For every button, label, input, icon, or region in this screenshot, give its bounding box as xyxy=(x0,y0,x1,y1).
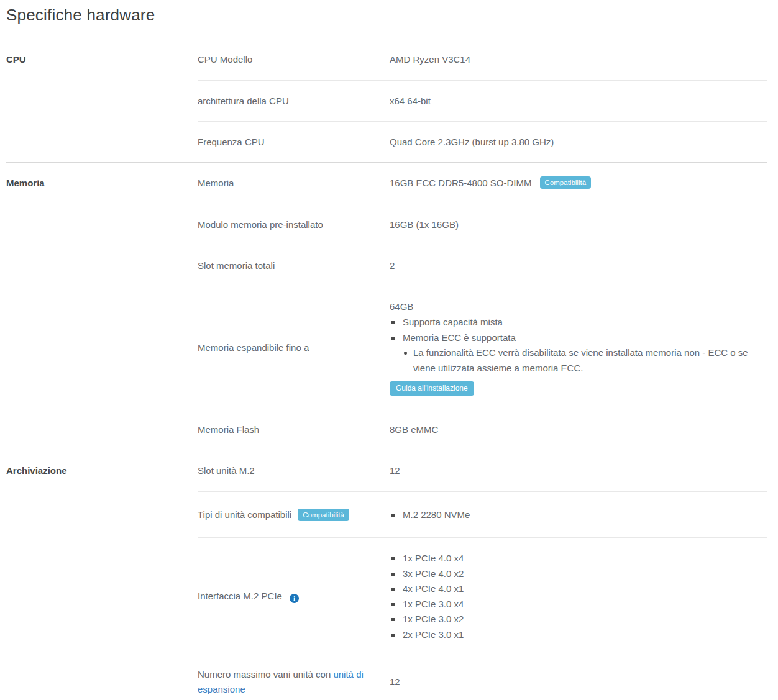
compatibility-badge[interactable]: Compatibilità xyxy=(298,509,349,521)
spec-value-intro: 64GB xyxy=(390,299,767,314)
spec-label: Frequenza CPU xyxy=(198,135,390,150)
sub-bullet-text: La funzionalità ECC verrà disabilitata s… xyxy=(413,345,767,376)
section-storage: Archiviazione Slot unità M.2 12 Tipi di … xyxy=(6,450,767,700)
page-title: Specifiche hardware xyxy=(0,0,778,39)
spec-table: CPU CPU Modello AMD Ryzen V3C14 architet… xyxy=(6,39,767,700)
spec-row-memory-slots: Slot memoria totali 2 xyxy=(198,245,767,286)
spec-value: 1x PCIe 4.0 x4 3x PCIe 4.0 x2 4x PCIe 4.… xyxy=(390,550,767,642)
bullet-item: 3x PCIe 4.0 x2 xyxy=(390,566,767,582)
square-bullet-icon xyxy=(391,618,395,621)
bullet-text: 2x PCIe 3.0 x1 xyxy=(403,627,464,643)
bullet-text: 1x PCIe 3.0 x4 xyxy=(403,597,464,612)
bullet-list: 1x PCIe 4.0 x4 3x PCIe 4.0 x2 4x PCIe 4.… xyxy=(390,551,767,642)
spec-row-preinstalled-module: Modulo memoria pre-installato 16GB (1x 1… xyxy=(198,204,767,245)
bullet-item: Memoria ECC è supportata xyxy=(390,330,767,346)
spec-label-text: Interfaccia M.2 PCIe xyxy=(198,591,282,601)
category-label-storage: Archiviazione xyxy=(6,450,198,700)
spec-row-flash-memory: Memoria Flash 8GB eMMC xyxy=(198,409,767,450)
spec-label: CPU Modello xyxy=(198,52,390,67)
bullet-item: 1x PCIe 3.0 x4 xyxy=(390,597,767,612)
bullet-text: 3x PCIe 4.0 x2 xyxy=(403,566,464,582)
bullet-item: 2x PCIe 3.0 x1 xyxy=(390,627,767,643)
bullet-item: Supporta capacità mista xyxy=(390,315,767,330)
section-rows: Memoria 16GB ECC DDR5-4800 SO-DIMM Compa… xyxy=(198,163,767,450)
spec-label: Memoria espandibile fino a xyxy=(198,340,390,355)
spec-label-text: Tipi di unità compatibili xyxy=(198,509,291,520)
spec-value: AMD Ryzen V3C14 xyxy=(390,52,767,67)
spec-label: Numero massimo vani unità con unità di e… xyxy=(198,667,390,697)
spec-label: Tipi di unità compatibili Compatibilità xyxy=(198,507,390,522)
spec-value: M.2 2280 NVMe xyxy=(390,507,767,523)
section-rows: Slot unità M.2 12 Tipi di unità compatib… xyxy=(198,450,767,700)
spec-label: Slot memoria totali xyxy=(198,258,390,273)
section-cpu: CPU CPU Modello AMD Ryzen V3C14 architet… xyxy=(6,39,767,162)
spec-value-text: 16GB ECC DDR5-4800 SO-DIMM xyxy=(390,178,531,188)
square-bullet-icon xyxy=(391,634,395,637)
bullet-text: 4x PCIe 4.0 x1 xyxy=(403,581,464,597)
category-label-cpu: CPU xyxy=(6,39,198,162)
spec-label: architettura della CPU xyxy=(198,94,390,109)
spec-row-compatible-drive-types: Tipi di unità compatibili Compatibilità … xyxy=(198,491,767,537)
spec-value: 16GB ECC DDR5-4800 SO-DIMM Compatibilità xyxy=(390,176,767,191)
spec-row-max-drive-bays: Numero massimo vani unità con unità di e… xyxy=(198,655,767,700)
spec-row-cpu-architecture: architettura della CPU x64 64-bit xyxy=(198,80,767,121)
bullet-text: 1x PCIe 3.0 x2 xyxy=(403,612,464,627)
square-bullet-icon xyxy=(391,337,395,340)
spec-value: 64GB Supporta capacità mista Memoria ECC… xyxy=(390,299,767,396)
square-bullet-icon xyxy=(391,603,395,606)
spec-value: 8GB eMMC xyxy=(390,422,767,437)
bullet-text: Memoria ECC è supportata xyxy=(403,330,516,346)
spec-label-text: Numero massimo vani unità con xyxy=(198,669,333,680)
bullet-text: M.2 2280 NVMe xyxy=(403,507,470,523)
info-icon[interactable]: i xyxy=(290,594,299,603)
hardware-specs-page: Specifiche hardware CPU CPU Modello AMD … xyxy=(0,0,778,700)
sub-bullet-item: La funzionalità ECC verrà disabilitata s… xyxy=(402,345,767,376)
bullet-item: 4x PCIe 4.0 x1 xyxy=(390,581,767,597)
square-bullet-icon xyxy=(391,557,395,560)
spec-value: 12 xyxy=(390,463,767,478)
square-bullet-icon xyxy=(391,573,395,576)
compatibility-badge[interactable]: Compatibilità xyxy=(540,176,591,189)
section-rows: CPU Modello AMD Ryzen V3C14 architettura… xyxy=(198,39,767,162)
square-bullet-icon xyxy=(391,588,395,591)
installation-guide-button[interactable]: Guida all'installazione xyxy=(390,381,474,396)
section-memory: Memoria Memoria 16GB ECC DDR5-4800 SO-DI… xyxy=(6,162,767,450)
spec-row-expandable-memory: Memoria espandibile fino a 64GB Supporta… xyxy=(198,286,767,409)
bullet-item: 1x PCIe 4.0 x4 xyxy=(390,551,767,566)
spec-value: Quad Core 2.3GHz (burst up 3.80 GHz) xyxy=(390,135,767,150)
bullet-text: Supporta capacità mista xyxy=(403,315,503,330)
spec-value: 2 xyxy=(390,258,767,273)
spec-value: 12 xyxy=(390,675,767,689)
bullet-list: Supporta capacità mista Memoria ECC è su… xyxy=(390,315,767,376)
spec-value: x64 64-bit xyxy=(390,94,767,109)
spec-label: Interfaccia M.2 PCIe i xyxy=(198,589,390,604)
spec-row-cpu-model: CPU Modello AMD Ryzen V3C14 xyxy=(198,39,767,80)
spec-row-m2-slots: Slot unità M.2 12 xyxy=(198,450,767,491)
spec-row-cpu-frequency: Frequenza CPU Quad Core 2.3GHz (burst up… xyxy=(198,121,767,162)
bullet-list: M.2 2280 NVMe xyxy=(390,507,767,523)
round-bullet-icon xyxy=(404,352,407,355)
spec-label: Memoria xyxy=(198,176,390,191)
spec-row-memory: Memoria 16GB ECC DDR5-4800 SO-DIMM Compa… xyxy=(198,163,767,204)
square-bullet-icon xyxy=(391,514,395,517)
category-label-memory: Memoria xyxy=(6,163,198,450)
bullet-item: 1x PCIe 3.0 x2 xyxy=(390,612,767,627)
spec-value: 16GB (1x 16GB) xyxy=(390,217,767,232)
bullet-item: M.2 2280 NVMe xyxy=(390,507,767,523)
spec-label: Slot unità M.2 xyxy=(198,463,390,478)
spec-row-m2-pcie-interface: Interfaccia M.2 PCIe i 1x PCIe 4.0 x4 3x… xyxy=(198,537,767,655)
spec-label: Modulo memoria pre-installato xyxy=(198,217,390,232)
bullet-text: 1x PCIe 4.0 x4 xyxy=(403,551,464,566)
square-bullet-icon xyxy=(391,321,395,324)
spec-label: Memoria Flash xyxy=(198,422,390,437)
